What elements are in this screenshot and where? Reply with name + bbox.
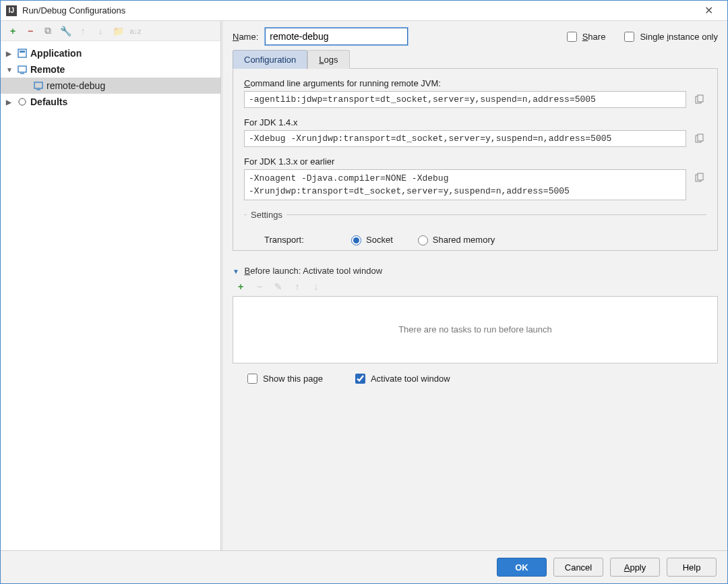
jdk14-label: For JDK 1.4.x	[244, 117, 706, 127]
jdk13-field[interactable]: -Xnoagent -Djava.compiler=NONE -Xdebug -…	[244, 169, 686, 200]
collapse-icon[interactable]: ▼	[233, 268, 239, 275]
tab-content: Command line arguments for running remot…	[233, 69, 718, 251]
cmd-args-field[interactable]	[244, 91, 686, 108]
activate-tool-window-checkbox[interactable]: Activate tool window	[353, 372, 450, 386]
run-debug-config-dialog: IJ Run/Debug Configurations ✕ + − ⧉ 🔧 ↑ …	[0, 0, 728, 584]
folder-button[interactable]: 📁	[111, 24, 125, 38]
cancel-button[interactable]: Cancel	[553, 558, 603, 577]
tree-label: remote-debug	[47, 80, 105, 91]
tree-node-defaults[interactable]: ▶ Defaults	[1, 94, 220, 110]
tree-node-remote[interactable]: ▼ Remote	[1, 61, 220, 78]
edit-templates-button[interactable]: 🔧	[59, 24, 72, 38]
tree-node-application[interactable]: ▶ Application	[1, 45, 220, 61]
config-tree[interactable]: ▶ Application ▼ Remote	[1, 41, 220, 550]
single-instance-checkbox[interactable]: Single instance only	[621, 30, 718, 44]
dialog-buttons: OK Cancel Apply Help	[1, 550, 727, 583]
tasks-empty-panel: There are no tasks to run before launch	[233, 296, 718, 363]
collapse-icon[interactable]: ▼	[6, 66, 14, 74]
name-label: Name:	[233, 32, 258, 42]
tabs: Configuration Logs	[233, 49, 718, 69]
sort-button[interactable]: a↓z	[129, 24, 142, 38]
jdk13-label: For JDK 1.3.x or earlier	[244, 156, 706, 167]
svg-rect-12	[698, 173, 703, 180]
tab-logs[interactable]: Logs	[307, 50, 349, 69]
jdk14-field[interactable]	[244, 130, 686, 147]
copy-icon[interactable]	[692, 171, 706, 185]
apply-button[interactable]: Apply	[610, 558, 660, 577]
show-this-page-checkbox[interactable]: Show this page	[245, 372, 323, 386]
transport-label: Transport:	[264, 235, 338, 245]
defaults-icon	[17, 96, 28, 107]
copy-config-button[interactable]: ⧉	[41, 24, 55, 38]
svg-point-6	[19, 98, 26, 105]
transport-socket-radio[interactable]: Socket	[348, 233, 393, 245]
single-instance-checkbox-input[interactable]	[624, 32, 634, 42]
svg-rect-2	[18, 66, 26, 72]
tree-label: Defaults	[30, 96, 67, 107]
right-panel: Name: Share Single instance only Configu…	[223, 21, 727, 550]
expand-icon[interactable]: ▶	[6, 98, 14, 106]
expand-icon[interactable]: ▶	[6, 50, 14, 57]
transport-shared-radio[interactable]: Shared memory	[415, 233, 495, 245]
cmd-args-label: Command line arguments for running remot…	[244, 78, 706, 88]
svg-rect-8	[698, 95, 703, 102]
remote-icon	[33, 80, 44, 91]
copy-icon[interactable]	[692, 92, 706, 107]
add-task-button[interactable]: +	[234, 280, 247, 293]
remove-config-button[interactable]: −	[24, 24, 37, 38]
before-toolbar: + − ✎ ↑ ↓	[233, 280, 718, 293]
application-icon	[17, 48, 28, 59]
svg-rect-0	[18, 49, 26, 57]
remove-task-button[interactable]: −	[253, 280, 266, 293]
tab-configuration[interactable]: Configuration	[233, 50, 307, 69]
copy-icon[interactable]	[692, 132, 706, 146]
move-down-button[interactable]: ↓	[94, 24, 107, 38]
help-button[interactable]: Help	[667, 558, 717, 577]
add-config-button[interactable]: +	[6, 24, 20, 38]
ok-button[interactable]: OK	[497, 558, 547, 577]
before-launch-section: ▼ Before launch: Activate tool window + …	[233, 266, 718, 386]
app-icon: IJ	[6, 5, 17, 16]
svg-rect-4	[34, 82, 42, 88]
left-toolbar: + − ⧉ 🔧 ↑ ↓ 📁 a↓z	[1, 21, 220, 41]
name-input[interactable]	[265, 28, 408, 45]
settings-legend: Settings	[247, 210, 286, 220]
remote-icon	[17, 64, 28, 75]
settings-group: Settings Transport: Socket Shared memory	[244, 210, 706, 251]
close-icon[interactable]: ✕	[695, 4, 722, 17]
left-panel: + − ⧉ 🔧 ↑ ↓ 📁 a↓z ▶ Application ▼	[1, 21, 221, 550]
window-title: Run/Debug Configurations	[22, 5, 695, 16]
transport-row: Transport: Socket Shared memory	[264, 233, 704, 245]
tree-node-remote-debug[interactable]: remote-debug	[1, 78, 220, 94]
task-up-button[interactable]: ↑	[291, 280, 304, 293]
move-up-button[interactable]: ↑	[76, 24, 90, 38]
before-launch-header[interactable]: ▼ Before launch: Activate tool window	[233, 266, 718, 276]
tasks-empty-text: There are no tasks to run before launch	[398, 324, 552, 334]
share-checkbox[interactable]: Share	[564, 30, 606, 44]
edit-task-button[interactable]: ✎	[272, 280, 285, 293]
svg-rect-10	[698, 134, 703, 141]
share-checkbox-input[interactable]	[567, 32, 577, 42]
svg-rect-1	[20, 51, 25, 53]
tree-label: Remote	[30, 64, 65, 75]
titlebar: IJ Run/Debug Configurations ✕	[1, 1, 727, 21]
name-bar: Name: Share Single instance only	[223, 21, 727, 49]
task-down-button[interactable]: ↓	[309, 280, 323, 293]
tree-label: Application	[30, 48, 82, 59]
